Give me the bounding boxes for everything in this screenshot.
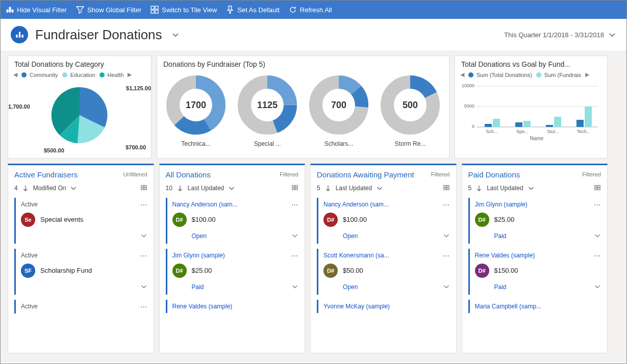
legend-next-icon[interactable]: ▶ — [585, 71, 589, 78]
donut-item[interactable]: 1125 Special ... — [232, 74, 303, 147]
filter-state: Filtered — [280, 171, 298, 177]
expand-icon[interactable] — [594, 283, 601, 292]
legend-next-icon[interactable]: ▶ — [128, 71, 132, 78]
list-item[interactable]: Scott Konersmann (sa...⋯ D#$50.00 Open — [317, 249, 452, 295]
list-body[interactable]: Active⋯ SeSpecial events Active⋯ SFSchol… — [8, 198, 154, 353]
list-item[interactable]: Jim Glynn (sample)⋯ D#$25.00 Paid — [166, 249, 301, 295]
more-icon[interactable]: ⋯ — [443, 252, 450, 259]
sort-arrow-icon[interactable] — [324, 185, 332, 192]
dashboard-grid: Total Donations by Category ◀ Community … — [1, 50, 626, 362]
chevron-down-icon[interactable] — [528, 185, 535, 192]
list-body[interactable]: Jim Glynn (sample)⋯ D#$25.00 Paid Rene V… — [462, 198, 608, 353]
more-icon[interactable]: ⋯ — [140, 252, 147, 259]
pie-card: Total Donations by Category ◀ Community … — [8, 56, 152, 159]
list-item[interactable]: Nancy Anderson (sam...⋯ D#$100.00 Open — [317, 198, 452, 244]
funnel-icon — [76, 6, 84, 14]
svg-rect-27 — [515, 122, 522, 127]
list-item[interactable]: Maria Campbell (samp... — [468, 300, 604, 313]
svg-rect-41 — [144, 188, 146, 190]
more-icon[interactable]: ⋯ — [443, 201, 450, 209]
donut-item[interactable]: 1700 Technica... — [160, 74, 232, 147]
view-options-icon[interactable] — [443, 184, 450, 193]
pie-chart[interactable]: $1,125.00 $700.00 $500.00 1,700.00 — [8, 79, 151, 153]
sort-field[interactable]: Last Updated — [336, 185, 372, 192]
list-item[interactable]: Nancy Anderson (sam...⋯ D#$100.00 Open — [166, 198, 301, 244]
command-bar: Hide Visual Filter Show Global Filter Sw… — [1, 1, 626, 19]
svg-rect-53 — [598, 188, 600, 190]
more-icon[interactable]: ⋯ — [594, 252, 601, 259]
sort-field[interactable]: Modified On — [33, 185, 66, 192]
list-body[interactable]: Nancy Anderson (sam...⋯ D#$100.00 Open S… — [311, 198, 456, 353]
view-options-icon[interactable] — [291, 184, 298, 193]
svg-rect-25 — [485, 124, 492, 127]
svg-text:5000: 5000 — [464, 103, 474, 109]
more-icon[interactable]: ⋯ — [140, 201, 147, 209]
list-item[interactable]: Rene Valdes (sample)⋯ D#$150.00 Paid — [468, 249, 604, 295]
expand-icon[interactable] — [443, 283, 450, 292]
list-title[interactable]: Paid Donations — [468, 170, 520, 179]
list-item[interactable]: Active⋯ SeSpecial events — [14, 198, 149, 244]
expand-icon[interactable] — [291, 232, 298, 241]
chevron-down-icon[interactable] — [228, 185, 235, 192]
chevron-down-icon[interactable] — [376, 185, 383, 192]
switch-tile-view-button[interactable]: Switch to Tile View — [151, 6, 217, 14]
date-range-picker[interactable]: This Quarter 1/1/2018 - 3/31/2018 — [504, 31, 616, 39]
list-item[interactable]: Active⋯ SFScholarship Fund — [14, 249, 149, 295]
donut-item[interactable]: 500 Storm Re... — [374, 74, 446, 147]
svg-rect-0 — [151, 6, 154, 9]
set-default-button[interactable]: Set As Default — [226, 6, 279, 14]
chevron-down-icon[interactable] — [70, 185, 77, 192]
expand-icon[interactable] — [140, 283, 147, 292]
donut-row: 1700 Technica... 1125 Special ... — [157, 70, 449, 152]
svg-rect-30 — [554, 117, 561, 127]
list-title[interactable]: Donations Awaiting Payment — [317, 170, 414, 179]
bottom-list-row: Active Fundraisers Unfiltered 4 Modified… — [8, 164, 608, 353]
title-chevron-down-icon[interactable] — [171, 31, 180, 39]
refresh-all-button[interactable]: Refresh All — [289, 6, 332, 14]
more-icon[interactable]: ⋯ — [594, 201, 601, 209]
svg-text:Sch...: Sch... — [486, 129, 497, 134]
more-icon[interactable]: ⋯ — [291, 201, 298, 209]
svg-rect-50 — [595, 185, 597, 187]
list-title[interactable]: Active Fundraisers — [14, 170, 78, 179]
view-options-icon[interactable] — [594, 184, 601, 193]
donut-item[interactable]: 700 Scholars... — [303, 74, 374, 147]
sort-arrow-icon[interactable] — [177, 185, 184, 192]
list-item[interactable]: Yvonne McKay (sample) — [317, 300, 452, 313]
donuts-card-title: Donations by Fundraiser (Top 5) — [157, 56, 449, 70]
svg-text:Tech...: Tech... — [577, 129, 591, 134]
svg-text:1125: 1125 — [257, 100, 278, 110]
expand-icon[interactable] — [140, 232, 147, 241]
expand-icon[interactable] — [594, 232, 601, 241]
list-body[interactable]: Nancy Anderson (sam...⋯ D#$100.00 Open J… — [160, 198, 305, 353]
svg-text:Stor...: Stor... — [547, 129, 559, 134]
hide-visual-filter-button[interactable]: Hide Visual Filter — [6, 6, 67, 14]
more-icon[interactable]: ⋯ — [291, 252, 298, 259]
avatar: D# — [323, 213, 338, 227]
sort-field[interactable]: Last Updated — [487, 185, 523, 192]
tile-view-icon — [151, 6, 159, 14]
svg-rect-45 — [295, 188, 297, 190]
filter-chart-icon — [6, 6, 14, 14]
expand-icon[interactable] — [443, 232, 450, 241]
more-icon[interactable]: ⋯ — [140, 303, 147, 310]
list-item[interactable]: Active⋯ — [14, 300, 149, 314]
bar-chart[interactable]: 10000 5000 0 Sch... Spe... Stor... Tech.… — [455, 79, 607, 148]
sort-arrow-icon[interactable] — [22, 185, 29, 192]
sort-arrow-icon[interactable] — [475, 185, 483, 192]
page-title: Fundraiser Donations — [35, 27, 162, 43]
list-title[interactable]: All Donations — [166, 170, 211, 179]
legend-prev-icon[interactable]: ◀ — [460, 71, 464, 78]
show-global-filter-button[interactable]: Show Global Filter — [76, 6, 141, 14]
sort-field[interactable]: Last Updated — [188, 185, 224, 192]
list-item[interactable]: Rene Valdes (sample) — [166, 300, 301, 313]
list-card-active-fundraisers: Active Fundraisers Unfiltered 4 Modified… — [8, 164, 154, 353]
list-card-awaiting-payment: Donations Awaiting Payment Filtered 5 La… — [310, 164, 457, 353]
svg-text:700: 700 — [331, 100, 346, 110]
expand-icon[interactable] — [291, 283, 298, 292]
list-item[interactable]: Jim Glynn (sample)⋯ D#$25.00 Paid — [468, 198, 604, 244]
legend-prev-icon[interactable]: ◀ — [13, 71, 17, 78]
svg-text:Name: Name — [530, 136, 544, 141]
pie-label: $500.00 — [44, 147, 64, 153]
view-options-icon[interactable] — [140, 184, 147, 193]
